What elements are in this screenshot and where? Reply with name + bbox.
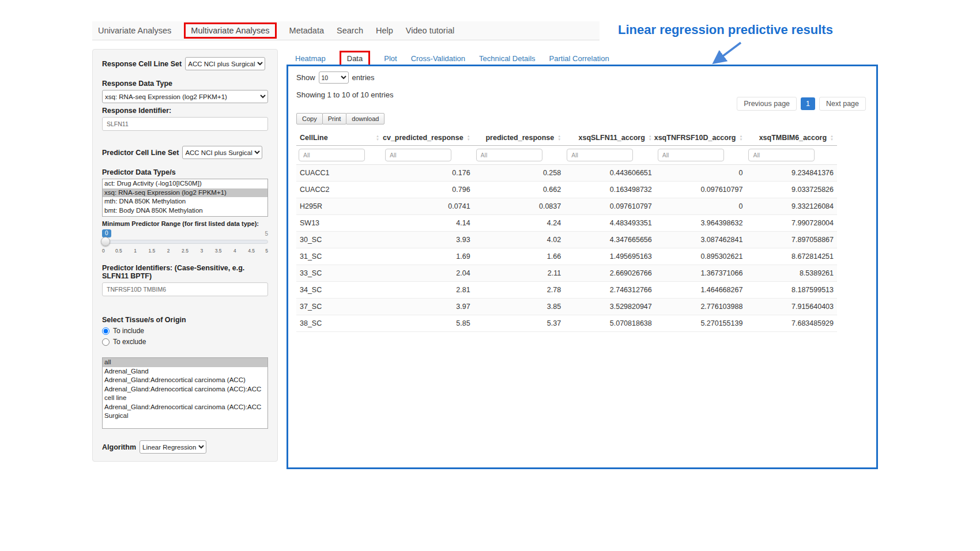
nav-item-video-tutorial[interactable]: Video tutorial [406,26,454,35]
predictor-type-option-mth[interactable]: mth: DNA 850K Methylation [103,197,267,206]
cell-value: 4.02 [474,232,565,248]
slider-handle[interactable] [101,237,110,246]
nav-item-univariate-analyses[interactable]: Univariate Analyses [98,26,171,35]
previous-page-button[interactable]: Previous page [737,97,797,111]
tissue-listbox[interactable]: allAdrenal_GlandAdrenal_Gland:Adrenocort… [102,357,268,429]
filter-input-cv-predicted-response[interactable] [385,149,451,161]
column-header-predicted-response[interactable]: predicted_response [474,130,565,146]
radio-to-exclude[interactable] [102,338,110,346]
cell-value: 0.895302621 [655,248,747,265]
cell-value: 3.087462841 [655,232,747,248]
tissue-option[interactable]: Adrenal_Gland [103,367,267,376]
table-row[interactable]: 33_SC2.042.112.6690267661.3673710668.538… [296,265,837,282]
table-row[interactable]: 38_SC5.855.375.0708186385.2701551397.683… [296,315,837,332]
algorithm-select[interactable]: Linear Regression [140,440,206,454]
response-identifier-input[interactable] [102,117,268,131]
column-header-cellline[interactable]: CellLine [296,130,383,146]
app-page: Univariate AnalysesMultivariate Analyses… [0,0,980,551]
column-header-label: xsqSLFN11_accorg [578,134,644,142]
column-header-label: cv_predicted_response [383,134,463,142]
cell-value: 2.11 [474,265,565,282]
sort-icon[interactable] [649,135,652,141]
predictor-type-listbox[interactable]: act: Drug Activity (-log10[IC50M])xsq: R… [102,179,268,217]
cell-value: 0.163498732 [564,182,655,198]
table-row[interactable]: SW134.144.244.4834933513.9643986327.9907… [296,215,837,232]
cell-value: 3.97 [383,299,474,315]
sort-icon[interactable] [739,135,742,141]
column-header-cv-predicted-response[interactable]: cv_predicted_response [383,130,474,146]
cell-value: 3.529820947 [564,299,655,315]
predictor-type-option-act[interactable]: act: Drug Activity (-log10[IC50M]) [103,179,267,188]
next-page-button[interactable]: Next page [819,97,866,111]
nav-item-metadata[interactable]: Metadata [289,26,324,35]
column-header-inner: cv_predicted_response [386,134,470,142]
min-range-slider[interactable]: 0 5 00.511.522.533.544.55 [102,229,268,257]
filter-input-cellline[interactable] [299,149,365,161]
table-row[interactable]: CUACC20.7960.6620.1634987320.0976107979.… [296,182,837,198]
cell-value: 2.776103988 [655,299,747,315]
table-row[interactable]: H295R0.07410.08370.09761079709.332126084 [296,198,837,215]
response-cell-line-set-select[interactable]: ACC NCI plus Surgical [185,57,265,70]
sort-icon[interactable] [557,135,561,141]
tab-cross-validation[interactable]: Cross-Validation [411,54,465,63]
tissue-option[interactable]: all [103,358,267,367]
copy-button[interactable]: Copy [296,113,323,124]
export-buttons: CopyPrintdownload [296,113,384,124]
radio-to-include[interactable] [102,327,110,335]
cell-value: 0.443606651 [564,165,655,182]
table-row[interactable]: 37_SC3.973.853.5298209472.7761039887.915… [296,299,837,315]
filter-cell [296,146,383,165]
cell-value: 4.14 [383,215,474,232]
table-row[interactable]: 31_SC1.691.661.4956951630.8953026218.672… [296,248,837,265]
nav-item-help[interactable]: Help [376,26,393,35]
column-header-inner: predicted_response [477,134,561,142]
response-data-type-select[interactable]: xsq: RNA-seq Expression (log2 FPKM+1) [102,90,268,103]
slider-tick: 5 [265,248,268,254]
cell-value: 9.033725826 [746,182,837,198]
cell-cellline: 38_SC [296,315,383,332]
predictor-type-option-bmt[interactable]: bmt: Body DNA 850K Methylation [103,206,267,216]
tissue-origin-label: Select Tissue/s of Origin [102,316,268,324]
tissue-option[interactable]: Adrenal_Gland:Adrenocortical carcinoma (… [103,376,267,385]
annotation-arrow-icon [706,39,747,68]
column-header-xsqslfn11-accorg[interactable]: xsqSLFN11_accorg [564,130,655,146]
column-header-xsqtnfrsf10d-accorg[interactable]: xsqTNFRSF10D_accorg [655,130,747,146]
cell-cellline: 34_SC [296,282,383,299]
current-page-button[interactable]: 1 [801,97,815,110]
tab-heatmap[interactable]: Heatmap [295,54,326,63]
tissue-option[interactable]: Adrenal_Gland:Adrenocortical carcinoma (… [103,403,267,421]
table-row[interactable]: CUACC10.1760.2580.44360665109.234841376 [296,165,837,182]
filter-input-xsqslfn11-accorg[interactable] [567,149,633,161]
cell-cellline: 30_SC [296,232,383,248]
print-button[interactable]: Print [322,113,347,124]
column-header-xsqtmbim6-accorg[interactable]: xsqTMBIM6_accorg [746,130,837,146]
cell-value: 0.258 [474,165,565,182]
predictor-type-option-xsq[interactable]: xsq: RNA-seq Expression (log2 FPKM+1) [103,188,267,198]
tab-technical-details[interactable]: Technical Details [479,54,536,63]
download-button[interactable]: download [346,113,385,124]
cell-value: 7.990728004 [746,215,837,232]
table-row[interactable]: 30_SC3.934.024.3476656563.0874628417.897… [296,232,837,248]
filter-input-xsqtmbim6-accorg[interactable] [748,149,815,161]
predictor-cell-line-set-select[interactable]: ACC NCI plus Surgical [182,146,262,159]
predictor-identifiers-input[interactable] [102,282,268,296]
filter-input-xsqtnfrsf10d-accorg[interactable] [658,149,724,161]
tab-partial-correlation[interactable]: Partial Correlation [549,54,609,63]
column-header-label: predicted_response [485,134,554,142]
nav-item-multivariate-analyses[interactable]: Multivariate Analyses [184,22,276,39]
table-row[interactable]: 34_SC2.812.782.7463127661.4646682678.187… [296,282,837,299]
slider-track[interactable] [102,240,268,244]
tissue-option[interactable]: Adrenal_Gland:Adrenocortical carcinoma (… [103,385,267,403]
tab-data[interactable]: Data [340,51,370,66]
tab-plot[interactable]: Plot [384,54,397,63]
sort-icon[interactable] [467,135,470,141]
sort-icon[interactable] [376,135,379,141]
cell-value: 5.85 [383,315,474,332]
filter-cell [383,146,474,165]
cell-cellline: 37_SC [296,299,383,315]
cell-value: 1.495695163 [564,248,655,265]
filter-input-predicted-response[interactable] [476,149,542,161]
nav-item-search[interactable]: Search [337,26,363,35]
show-entries-select[interactable]: 10 [319,71,349,84]
sort-icon[interactable] [830,135,834,141]
